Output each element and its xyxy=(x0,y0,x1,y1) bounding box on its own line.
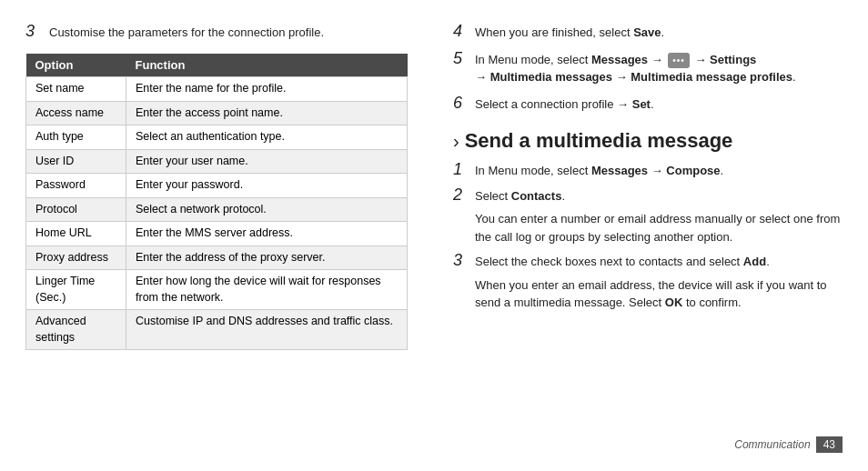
table-row: User IDEnter your user name. xyxy=(26,149,408,174)
step5-bold1: Messages xyxy=(591,53,648,66)
sub3-pre: Select the check boxes next to contacts … xyxy=(475,255,743,268)
step4-bold: Save xyxy=(633,25,661,39)
table-row: Home URLEnter the MMS server address. xyxy=(26,222,408,246)
substep2-text: Select Contacts. xyxy=(475,187,565,205)
footer-text: Communication xyxy=(734,438,810,451)
table-row: Set nameEnter the name for the profile. xyxy=(26,77,408,102)
table-row: Access nameEnter the access point name. xyxy=(26,101,408,125)
sub1-pre: In Menu mode, select xyxy=(475,164,591,177)
sub1-arrow: → xyxy=(648,164,666,177)
table-cell-function: Enter your user name. xyxy=(126,149,408,174)
step5: 5 In Menu mode, select Messages → ••• → … xyxy=(453,49,843,86)
table-cell-option: Auth type xyxy=(26,125,126,150)
step6-pre: Select a connection profile → xyxy=(475,97,632,111)
section-arrow-icon: › xyxy=(453,131,459,152)
sub2-bold: Contacts xyxy=(511,189,562,203)
table-cell-function: Customise IP and DNS addresses and traff… xyxy=(126,310,408,350)
sub3-detail-pre: When you enter an email address, the dev… xyxy=(475,278,827,310)
table-cell-option: Proxy address xyxy=(26,246,126,270)
step3-number: 3 xyxy=(25,22,42,41)
col-option-header: Option xyxy=(26,54,126,77)
substep2-detail: You can enter a number or email address … xyxy=(475,210,843,246)
step4-pre: When you are finished, select xyxy=(475,25,633,39)
substep2: 2 Select Contacts. xyxy=(453,185,843,205)
footer-page: 43 xyxy=(816,436,843,453)
step4-number: 4 xyxy=(453,22,468,41)
step5-end: . xyxy=(792,70,796,84)
right-column: 4 When you are finished, select Save. 5 … xyxy=(444,22,843,453)
substep3-detail: When you enter an email address, the dev… xyxy=(475,276,843,312)
table-row: Proxy addressEnter the address of the pr… xyxy=(26,246,408,270)
sub3-end: . xyxy=(766,255,770,268)
sub3-bold: Add xyxy=(743,255,766,268)
step5-number: 5 xyxy=(453,49,468,68)
step4-end: . xyxy=(661,25,665,39)
step6-text: Select a connection profile → Set. xyxy=(475,95,654,114)
section-title-send: › Send a multimedia message xyxy=(453,129,843,153)
table-cell-function: Enter the access point name. xyxy=(126,101,408,125)
substep3-text: Select the check boxes next to contacts … xyxy=(475,253,770,271)
col-function-header: Function xyxy=(126,54,408,77)
substep3: 3 Select the check boxes next to contact… xyxy=(453,251,843,271)
step5-text: In Menu mode, select Messages → ••• → Se… xyxy=(475,51,796,86)
table-cell-function: Enter how long the device will wait for … xyxy=(126,270,408,310)
page-container: 3 Customise the parameters for the conne… xyxy=(0,0,868,471)
sub1-bold1: Messages xyxy=(591,164,648,177)
table-row: Linger Time (Sec.)Enter how long the dev… xyxy=(26,270,408,310)
step5-arrow3: → xyxy=(475,70,490,84)
sub3-detail-end: to confirm. xyxy=(682,296,741,309)
step5-pre: In Menu mode, select xyxy=(475,53,591,66)
sub1-end: . xyxy=(721,164,724,177)
step5-bold2: Settings xyxy=(710,53,756,66)
sub2-end: . xyxy=(561,189,565,203)
substep1-text: In Menu mode, select Messages → Compose. xyxy=(475,162,723,180)
step5-arrow2: → xyxy=(691,53,710,66)
step6-bold: Set xyxy=(632,97,651,111)
table-cell-option: Home URL xyxy=(26,222,126,246)
step4-text: When you are finished, select Save. xyxy=(475,24,664,42)
sub3-bold2: OK xyxy=(665,296,683,309)
table-cell-option: Protocol xyxy=(26,197,126,222)
table-cell-option: Set name xyxy=(26,77,126,102)
step4: 4 When you are finished, select Save. xyxy=(453,22,843,42)
step5-bold3: Multimedia messages xyxy=(490,70,612,84)
table-cell-function: Enter the name for the profile. xyxy=(126,77,408,102)
table-cell-option: Advanced settings xyxy=(26,310,126,350)
table-row: Auth typeSelect an authentication type. xyxy=(26,125,408,150)
profile-table: Option Function Set nameEnter the name f… xyxy=(25,54,408,350)
table-row: Advanced settingsCustomise IP and DNS ad… xyxy=(26,310,408,350)
substep3-number: 3 xyxy=(453,251,468,270)
step5-bold4: Multimedia message profiles xyxy=(631,70,792,84)
substep1-number: 1 xyxy=(453,160,468,179)
sub1-bold2: Compose xyxy=(666,164,720,177)
messages-icon: ••• xyxy=(668,53,690,68)
table-row: ProtocolSelect a network protocol. xyxy=(26,197,408,222)
table-cell-option: Password xyxy=(26,174,126,198)
step6-number: 6 xyxy=(453,94,468,113)
step5-arrow1: → xyxy=(648,53,666,66)
table-row: PasswordEnter your password. xyxy=(26,174,408,198)
sub2-pre: Select xyxy=(475,189,511,203)
step6-end: . xyxy=(651,97,654,111)
table-cell-option: User ID xyxy=(26,149,126,174)
step5-arrow4: → xyxy=(612,70,631,84)
table-cell-function: Enter the MMS server address. xyxy=(126,222,408,246)
table-cell-function: Enter your password. xyxy=(126,174,408,198)
table-cell-function: Enter the address of the proxy server. xyxy=(126,246,408,270)
table-cell-function: Select a network protocol. xyxy=(126,197,408,222)
substep1: 1 In Menu mode, select Messages → Compos… xyxy=(453,160,843,180)
step3-header: 3 Customise the parameters for the conne… xyxy=(25,22,426,41)
step3-text: Customise the parameters for the connect… xyxy=(49,25,324,39)
step6: 6 Select a connection profile → Set. xyxy=(453,94,843,114)
section-title-text: Send a multimedia message xyxy=(465,129,733,153)
left-column: 3 Customise the parameters for the conne… xyxy=(25,22,426,453)
table-cell-option: Access name xyxy=(26,101,126,125)
footer: Communication 43 xyxy=(453,429,843,453)
substep2-number: 2 xyxy=(453,185,468,205)
table-header-row: Option Function xyxy=(26,54,408,77)
table-cell-option: Linger Time (Sec.) xyxy=(26,270,126,310)
table-cell-function: Select an authentication type. xyxy=(126,125,408,150)
